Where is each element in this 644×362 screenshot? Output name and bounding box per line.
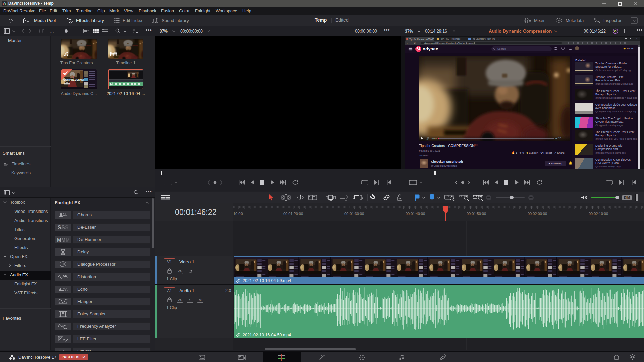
svg-text:S: S — [65, 225, 68, 230]
svg-text:M: M — [57, 237, 61, 243]
svg-text:S: S — [58, 225, 61, 230]
svg-text:S: S — [61, 225, 65, 230]
svg-text:M: M — [61, 237, 66, 243]
svg-text:M: M — [66, 237, 69, 243]
